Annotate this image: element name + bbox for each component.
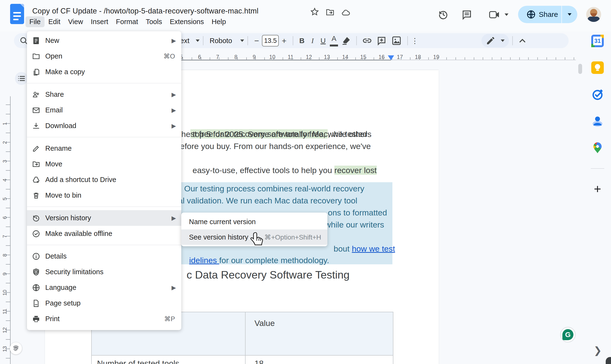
table-header-value: Value bbox=[254, 318, 275, 328]
side-panel-divider bbox=[591, 168, 604, 169]
share-dropdown-caret[interactable] bbox=[568, 13, 572, 16]
download-icon bbox=[32, 122, 40, 130]
font-size-increase-button[interactable]: + bbox=[279, 36, 289, 46]
keep-app-icon[interactable] bbox=[591, 61, 604, 74]
menu-format[interactable]: Format bbox=[112, 16, 142, 27]
menu-divider bbox=[27, 207, 181, 207]
menu-item-make-a-copy[interactable]: Make a copy bbox=[27, 64, 181, 80]
font-caret[interactable] bbox=[240, 39, 244, 42]
quote-line: Our testing process combines real-world … bbox=[184, 182, 364, 195]
menu-item-security-limitations[interactable]: Security limitations bbox=[27, 264, 181, 280]
menu-item-make-available-offline[interactable]: Make available offline bbox=[27, 226, 181, 241]
editing-mode-dropdown[interactable] bbox=[481, 34, 509, 47]
right-indent-marker[interactable] bbox=[388, 55, 394, 60]
open-folder-icon bbox=[32, 52, 40, 60]
menu-item-share[interactable]: Share▶ bbox=[27, 87, 181, 102]
contacts-app-icon[interactable] bbox=[591, 114, 604, 128]
font-size-decrease-button[interactable]: − bbox=[251, 36, 262, 46]
menu-item-rename[interactable]: Rename bbox=[27, 141, 181, 156]
share-divider bbox=[561, 6, 562, 23]
italic-button[interactable]: I bbox=[307, 37, 318, 45]
paragraph-line: easy-to-use, effective tools to help you… bbox=[183, 152, 377, 176]
move-folder-icon[interactable] bbox=[325, 8, 335, 17]
tasks-app-icon[interactable] bbox=[591, 88, 604, 101]
menu-item-add-shortcut[interactable]: Add a shortcut to Drive bbox=[27, 172, 181, 188]
info-icon bbox=[32, 252, 40, 260]
font-dropdown[interactable]: Roboto bbox=[210, 37, 232, 45]
trash-icon bbox=[32, 191, 40, 200]
menu-help[interactable]: Help bbox=[208, 16, 230, 27]
print-icon bbox=[32, 315, 40, 323]
insert-image-icon[interactable] bbox=[391, 36, 402, 46]
get-addons-button[interactable]: + bbox=[591, 182, 604, 196]
paragraph-line: he top 5 for 2025. Some are totally free… bbox=[181, 128, 371, 140]
menu-item-version-history[interactable]: Version history▶ bbox=[27, 210, 181, 226]
menu-view[interactable]: View bbox=[64, 16, 87, 27]
collapse-toolbar-icon[interactable] bbox=[518, 36, 527, 46]
menu-tools[interactable]: Tools bbox=[142, 16, 166, 27]
show-outline-button[interactable] bbox=[15, 72, 28, 85]
language-globe-icon bbox=[32, 284, 40, 292]
menu-item-email[interactable]: Email▶ bbox=[27, 102, 181, 118]
text-color-button[interactable]: A bbox=[330, 35, 338, 46]
menu-item-details[interactable]: Details bbox=[27, 248, 181, 264]
menu-item-new[interactable]: New▶ bbox=[27, 33, 181, 48]
share-label: Share bbox=[539, 10, 558, 19]
menu-file[interactable]: File bbox=[26, 16, 45, 27]
table-row-value: 18 bbox=[254, 359, 264, 364]
font-size-input[interactable]: 13.5 bbox=[262, 35, 279, 46]
quote-line: while our writers bbox=[325, 219, 384, 231]
how-we-test-link[interactable]: how we test bbox=[352, 244, 395, 253]
menu-item-print[interactable]: Print⌘P bbox=[27, 311, 181, 327]
highlight-color-icon[interactable] bbox=[341, 36, 351, 46]
bold-button[interactable]: B bbox=[297, 37, 307, 45]
menu-edit[interactable]: Edit bbox=[45, 16, 64, 27]
menu-item-language[interactable]: Language▶ bbox=[27, 280, 181, 295]
insert-link-icon[interactable] bbox=[362, 36, 372, 46]
submenu-item-name-current-version[interactable]: Name current version bbox=[181, 214, 327, 229]
account-avatar[interactable] bbox=[586, 7, 601, 22]
menu-item-move[interactable]: Move bbox=[27, 156, 181, 172]
document-title[interactable]: Copy of CF Update - /howto/top-5-data-re… bbox=[32, 7, 259, 15]
globe-icon bbox=[526, 10, 536, 19]
style-caret[interactable] bbox=[196, 39, 200, 42]
menu-item-download[interactable]: Download▶ bbox=[27, 118, 181, 134]
maps-app-icon[interactable] bbox=[591, 141, 604, 155]
menu-divider bbox=[27, 83, 181, 83]
menu-item-move-to-bin[interactable]: Move to bin bbox=[27, 188, 181, 203]
collapse-panel-chevron-icon[interactable]: ❯ bbox=[594, 345, 602, 356]
menu-insert[interactable]: Insert bbox=[87, 16, 112, 27]
menu-item-page-setup[interactable]: Page setup bbox=[27, 295, 181, 311]
cloud-saved-icon[interactable] bbox=[341, 8, 351, 17]
scrollbar-thumb[interactable] bbox=[578, 64, 582, 74]
drive-shortcut-icon bbox=[32, 176, 40, 184]
meet-camera-icon[interactable] bbox=[489, 10, 500, 20]
menu-divider bbox=[27, 245, 181, 245]
underline-button[interactable]: U bbox=[318, 37, 328, 45]
security-shield-icon bbox=[32, 268, 40, 276]
version-history-icon[interactable] bbox=[438, 9, 449, 20]
table-column-divider bbox=[245, 312, 246, 364]
person-add-icon bbox=[32, 91, 40, 99]
file-menu: New▶ Open⌘O Make a copy Share▶ Email▶ Do… bbox=[27, 31, 181, 330]
camera-dropdown-caret[interactable] bbox=[505, 13, 508, 16]
star-icon[interactable] bbox=[310, 7, 319, 16]
grammarly-badge[interactable]: G bbox=[560, 327, 576, 342]
offline-check-icon bbox=[32, 230, 40, 238]
hand-pointer-cursor bbox=[250, 232, 264, 247]
version-history-icon bbox=[32, 214, 40, 222]
add-comment-icon[interactable] bbox=[377, 36, 387, 46]
comments-icon[interactable] bbox=[461, 9, 472, 20]
fingerprint-button[interactable] bbox=[10, 342, 22, 354]
calendar-app-icon[interactable]: 31 bbox=[591, 34, 604, 48]
more-options-icon[interactable]: ⋮ bbox=[411, 37, 418, 45]
vertical-ruler[interactable]: 1 2 3 4 5 6 7 8 9 10 11 12 13 bbox=[2, 96, 12, 364]
paragraph-line: efore you buy. From our hands-on experie… bbox=[180, 140, 371, 152]
menu-extensions[interactable]: Extensions bbox=[166, 16, 208, 27]
guidelines-link[interactable]: idelines bbox=[189, 256, 219, 265]
menu-item-open[interactable]: Open⌘O bbox=[27, 48, 181, 64]
google-docs-window: Copy of CF Update - /howto/top-5-data-re… bbox=[0, 0, 611, 364]
share-button[interactable]: Share bbox=[518, 6, 577, 23]
paragraph-style-dropdown[interactable]: ext bbox=[180, 37, 189, 45]
google-docs-logo-icon[interactable] bbox=[10, 4, 24, 24]
